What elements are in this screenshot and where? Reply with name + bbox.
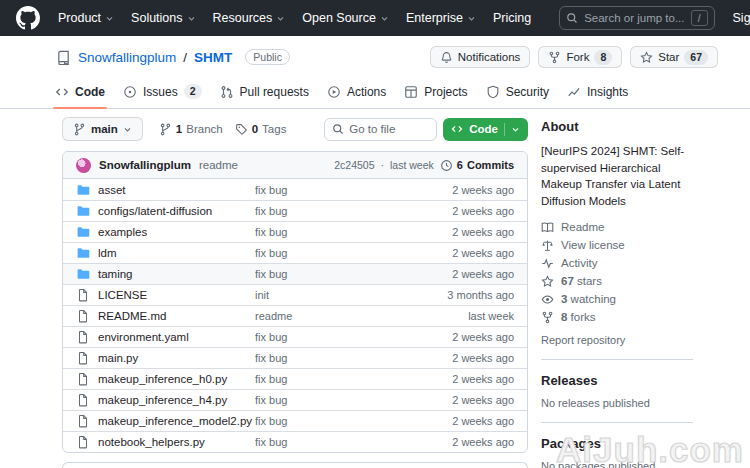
file-name-link[interactable]: makeup_inference_h4.py — [98, 394, 227, 406]
file-commit-message-link[interactable]: fix bug — [255, 184, 287, 196]
file-commit-message-link[interactable]: fix bug — [255, 373, 287, 385]
file-row[interactable]: configs/latent-diffusionfix bug2 weeks a… — [63, 200, 527, 221]
avatar[interactable] — [76, 158, 91, 173]
ref-stats: 1 Branch 0 Tags — [159, 123, 287, 136]
repo-separator: / — [183, 50, 187, 65]
file-row[interactable]: examplesfix bug2 weeks ago — [63, 221, 527, 242]
code-download-button[interactable]: Code — [443, 118, 528, 141]
file-name-link[interactable]: examples — [98, 226, 147, 238]
nav-item-product[interactable]: Product — [58, 11, 114, 25]
branch-selector[interactable]: main — [62, 117, 143, 141]
tags-link[interactable]: 0 Tags — [235, 123, 287, 136]
repo-owner-link[interactable]: Snowfallingplum — [78, 50, 176, 65]
global-search-input[interactable]: Search or jump to... / — [559, 6, 714, 30]
file-row[interactable]: LICENSEinit3 months ago — [63, 284, 527, 305]
repo-header: Snowfallingplum / SHMT Public Notificati… — [0, 36, 750, 76]
branches-link[interactable]: 1 Branch — [159, 123, 223, 136]
notifications-button[interactable]: Notifications — [430, 46, 531, 68]
file-row[interactable]: main.pyfix bug2 weeks ago — [63, 347, 527, 368]
file-updated-time: 2 weeks ago — [435, 184, 514, 196]
commit-message-link[interactable]: readme — [199, 159, 238, 171]
file-row[interactable]: tamingfix bug2 weeks ago — [63, 263, 527, 284]
file-commit-message-link[interactable]: fix bug — [255, 331, 287, 343]
star-button[interactable]: Star 67 — [630, 46, 718, 68]
main-content: main 1 Branch 0 Tags — [0, 109, 750, 468]
commit-history-link[interactable]: 6 Commits — [440, 159, 514, 172]
file-name-link[interactable]: main.py — [98, 352, 138, 364]
fork-count[interactable]: 8 — [594, 50, 612, 65]
file-commit-message-link[interactable]: fix bug — [255, 415, 287, 427]
search-placeholder: Search or jump to... — [584, 12, 684, 24]
file-row[interactable]: assetfix bug2 weeks ago — [63, 179, 527, 200]
tab-security[interactable]: Security — [478, 77, 557, 108]
file-name-link[interactable]: README.md — [98, 310, 166, 322]
tab-issues[interactable]: Issues2 — [115, 76, 210, 108]
about-item-view-license[interactable]: View license — [541, 239, 693, 252]
nav-item-open-source[interactable]: Open Source — [302, 11, 389, 25]
file-commit-message-link[interactable]: fix bug — [255, 352, 287, 364]
chevron-down-icon — [187, 14, 196, 23]
commit-hash-link[interactable]: 2c24505 — [334, 159, 374, 171]
law-icon — [541, 239, 554, 252]
sign-in-link[interactable]: Sign in — [733, 11, 750, 25]
nav-item-resources[interactable]: Resources — [213, 11, 286, 25]
book-icon — [541, 221, 554, 234]
packages-empty: No packages published — [541, 460, 693, 468]
code-icon — [55, 85, 69, 99]
about-item-stars[interactable]: 67 stars — [541, 275, 693, 288]
fork-label: Fork — [566, 51, 589, 63]
file-commit-message-link[interactable]: fix bug — [255, 436, 287, 448]
file-row[interactable]: makeup_inference_h4.pyfix bug2 weeks ago — [63, 389, 527, 410]
file-name-link[interactable]: ldm — [98, 247, 117, 259]
nav-item-enterprise[interactable]: Enterprise — [406, 11, 476, 25]
file-commit-message-link[interactable]: fix bug — [255, 394, 287, 406]
file-name-link[interactable]: makeup_inference_h0.py — [98, 373, 227, 385]
code-toolbar: main 1 Branch 0 Tags — [62, 117, 528, 141]
tab-projects[interactable]: Projects — [396, 77, 475, 108]
repo-description: [NeurIPS 2024] SHMT: Self-supervised Hie… — [541, 143, 693, 210]
file-commit-message-link[interactable]: fix bug — [255, 226, 287, 238]
file-commit-message-link[interactable]: init — [255, 289, 269, 301]
nav-item-pricing[interactable]: Pricing — [493, 11, 531, 25]
file-row[interactable]: makeup_inference_h0.pyfix bug2 weeks ago — [63, 368, 527, 389]
file-row[interactable]: makeup_inference_model2.pyfix bug2 weeks… — [63, 410, 527, 431]
tab-insights[interactable]: Insights — [559, 77, 636, 108]
file-commit-message-link[interactable]: fix bug — [255, 268, 287, 280]
report-repository-link[interactable]: Report repository — [541, 334, 693, 346]
tab-actions[interactable]: Actions — [319, 77, 394, 108]
releases-title: Releases — [541, 373, 693, 388]
file-row[interactable]: environment.yamlfix bug2 weeks ago — [63, 326, 527, 347]
file-name-link[interactable]: LICENSE — [98, 289, 147, 301]
file-row[interactable]: ldmfix bug2 weeks ago — [63, 242, 527, 263]
file-name-link[interactable]: notebook_helpers.py — [98, 436, 205, 448]
go-to-file-input[interactable]: Go to file — [324, 118, 437, 141]
file-name-link[interactable]: asset — [98, 184, 126, 196]
commit-author-link[interactable]: Snowfallingplum — [99, 159, 191, 171]
file-name-link[interactable]: makeup_inference_model2.py — [98, 415, 252, 427]
github-logo-icon[interactable] — [16, 6, 40, 30]
star-count[interactable]: 67 — [684, 50, 708, 65]
about-item-watching[interactable]: 3 watching — [541, 293, 693, 306]
file-row[interactable]: README.mdreadmelast week — [63, 305, 527, 326]
fork-button[interactable]: Fork 8 — [538, 46, 622, 68]
file-name-link[interactable]: environment.yaml — [98, 331, 189, 343]
file-commit-message-link[interactable]: fix bug — [255, 205, 287, 217]
about-item-forks[interactable]: 8 forks — [541, 311, 693, 324]
history-icon — [440, 159, 453, 172]
folder-icon — [76, 225, 90, 239]
file-commit-message-link[interactable]: fix bug — [255, 247, 287, 259]
file-row[interactable]: notebook_helpers.pyfix bug2 weeks ago — [63, 431, 527, 452]
file-commit-message-link[interactable]: readme — [255, 310, 292, 322]
about-item-readme[interactable]: Readme — [541, 221, 693, 234]
repo-name-link[interactable]: SHMT — [194, 50, 232, 65]
about-items: ReadmeView licenseActivity67 stars3 watc… — [541, 221, 693, 324]
files-list: assetfix bug2 weeks agoconfigs/latent-di… — [63, 179, 527, 452]
file-name-link[interactable]: taming — [98, 268, 133, 280]
nav-item-solutions[interactable]: Solutions — [131, 11, 195, 25]
file-updated-time: 2 weeks ago — [435, 331, 514, 343]
activity-icon — [541, 257, 554, 270]
about-item-activity[interactable]: Activity — [541, 257, 693, 270]
tab-code[interactable]: Code — [47, 77, 113, 108]
file-name-link[interactable]: configs/latent-diffusion — [98, 205, 212, 217]
tab-pull-requests[interactable]: Pull requests — [212, 77, 317, 108]
